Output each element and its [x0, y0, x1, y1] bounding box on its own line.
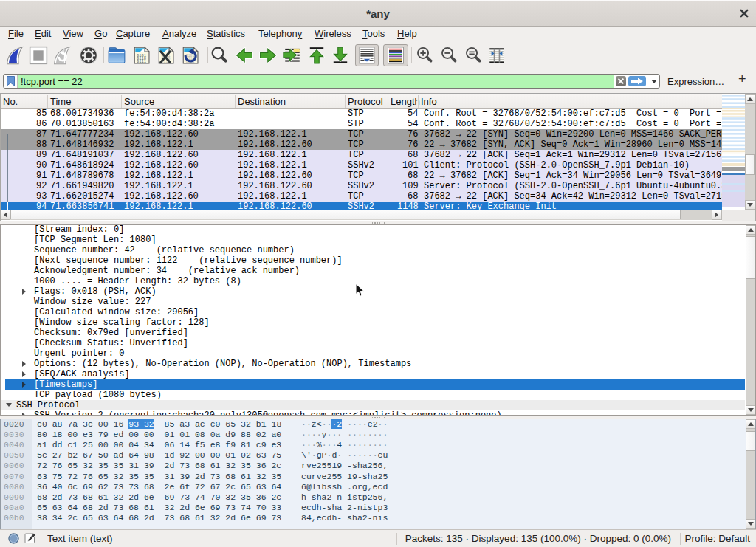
svg-text:0111: 0111 — [137, 59, 146, 64]
